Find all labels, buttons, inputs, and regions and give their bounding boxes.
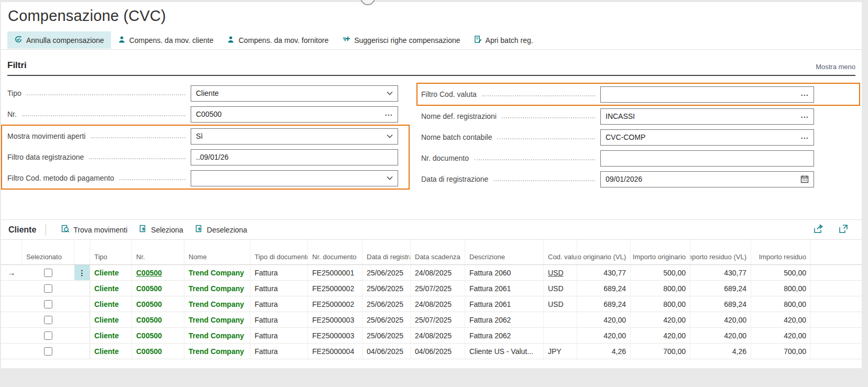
cell-tipo[interactable]: Cliente — [90, 265, 132, 280]
cell-data-registrazione[interactable]: 25/06/2025 — [362, 312, 411, 327]
cell-importo-originario-vl[interactable]: 430,77 — [577, 265, 631, 280]
data-di-registrazione-input[interactable]: 09/01/2026 — [600, 171, 814, 187]
cell-cod-valuta[interactable]: USD — [544, 296, 577, 312]
cell-tipo[interactable]: Cliente — [90, 281, 132, 296]
row-checkbox[interactable] — [44, 284, 52, 293]
header-descrizione[interactable]: Descrizione — [465, 240, 544, 264]
cell-nr[interactable]: C00500 — [132, 344, 184, 359]
table-row[interactable]: →⋮ClienteC00500Trend CompanyFatturaFE250… — [1, 265, 862, 281]
cell-data-registrazione[interactable]: 25/06/2025 — [362, 328, 411, 343]
tipo-select[interactable]: Cliente — [191, 85, 398, 102]
cell-nr-documento[interactable]: FE25000002 — [308, 281, 362, 296]
assist-edit-icon[interactable]: ... — [384, 108, 393, 117]
cell-data-scadenza[interactable]: 25/07/2025 — [411, 281, 465, 296]
cell-nome[interactable]: Trend Company — [184, 296, 250, 312]
nr-documento-input[interactable] — [600, 150, 814, 167]
trova-movimenti-button[interactable]: Trova movimenti — [56, 222, 133, 238]
cell-importo-originario[interactable]: 420,00 — [631, 328, 690, 343]
cell-nr[interactable]: C00500 — [132, 281, 184, 296]
cell-nr-documento[interactable]: FE25000003 — [308, 312, 362, 327]
table-row[interactable]: ClienteC00500Trend CompanyFatturaFE25000… — [1, 344, 862, 359]
selezionato-cell[interactable] — [22, 312, 74, 327]
cell-nr-documento[interactable]: FE25000002 — [308, 296, 362, 312]
row-checkbox[interactable] — [44, 269, 52, 277]
header-tipo-documento[interactable]: Tipo di documento — [250, 240, 308, 264]
cell-nr-documento[interactable]: FE25000004 — [308, 344, 362, 359]
header-data-scadenza[interactable]: Data scadenza — [411, 240, 465, 264]
row-checkbox[interactable] — [44, 300, 52, 308]
assist-edit-icon[interactable]: ... — [800, 131, 809, 140]
calendar-icon[interactable] — [800, 175, 809, 183]
header-tipo[interactable]: Tipo — [90, 240, 132, 264]
cell-descrizione[interactable]: Fattura 2060 — [465, 265, 544, 280]
cell-tipo-documento[interactable]: Fattura — [250, 265, 308, 280]
cell-nome[interactable]: Trend Company — [184, 281, 250, 296]
compens-mov-fornitore-button[interactable]: Compens. da mov. fornitore — [220, 31, 335, 49]
cell-importo-residuo[interactable]: 500,00 — [751, 265, 811, 280]
cell-tipo-documento[interactable]: Fattura — [250, 312, 308, 327]
cell-nr-documento[interactable]: FE25000003 — [308, 328, 362, 343]
cell-cod-valuta[interactable]: USD — [544, 281, 577, 296]
cell-data-scadenza[interactable]: 24/08/2025 — [411, 328, 465, 343]
nr-input[interactable]: C00500 ... — [191, 106, 398, 123]
cell-importo-originario-vl[interactable]: 689,24 — [577, 281, 631, 296]
selezionato-cell[interactable] — [22, 328, 74, 343]
cell-importo-residuo[interactable]: 420,00 — [751, 312, 811, 327]
cell-importo-originario-vl[interactable]: 4,26 — [577, 344, 631, 359]
cell-data-registrazione[interactable]: 25/06/2025 — [362, 281, 411, 296]
filtro-data-registrazione-input[interactable]: ..09/01/26 — [191, 149, 398, 165]
cell-importo-originario[interactable]: 800,00 — [631, 296, 690, 312]
seleziona-button[interactable]: Seleziona — [133, 222, 189, 238]
nome-def-registrazioni-input[interactable]: INCASSI ... — [600, 108, 814, 125]
cell-nome[interactable]: Trend Company — [184, 312, 250, 327]
open-in-new-window-icon[interactable] — [839, 224, 848, 236]
header-importo-residuo-vl[interactable]: Importo residuo (VL) — [690, 240, 751, 264]
cell-cod-valuta[interactable]: USD — [544, 265, 577, 280]
annulla-compensazione-button[interactable]: Annulla compensazione — [7, 31, 111, 49]
header-importo-originario-vl[interactable]: Importo originario (VL) — [577, 240, 631, 264]
cell-nome[interactable]: Trend Company — [184, 328, 250, 343]
table-row[interactable]: ClienteC00500Trend CompanyFatturaFE25000… — [1, 296, 862, 312]
row-checkbox[interactable] — [44, 316, 52, 324]
cell-importo-originario[interactable]: 500,00 — [631, 265, 690, 280]
cell-descrizione[interactable]: Fattura 2062 — [465, 312, 544, 327]
cell-tipo-documento[interactable]: Fattura — [250, 296, 308, 312]
row-checkbox[interactable] — [44, 347, 52, 356]
selezionato-cell[interactable] — [22, 281, 74, 296]
header-importo-originario[interactable]: Importo originario — [631, 240, 690, 264]
header-importo-residuo[interactable]: Importo residuo — [751, 240, 811, 264]
cell-importo-residuo-vl[interactable]: 430,77 — [690, 265, 751, 280]
cell-importo-residuo[interactable]: 800,00 — [751, 281, 811, 296]
cell-importo-originario-vl[interactable]: 689,24 — [577, 296, 631, 312]
cell-importo-residuo-vl[interactable]: 4,26 — [690, 344, 751, 359]
header-nr-documento[interactable]: Nr. documento — [308, 240, 362, 264]
cell-tipo-documento[interactable]: Fattura — [250, 281, 308, 296]
chevron-down-icon[interactable] — [387, 91, 393, 95]
cell-descrizione[interactable]: Fattura 2062 — [465, 328, 544, 343]
assist-edit-icon[interactable]: ... — [800, 89, 809, 97]
cell-data-scadenza[interactable]: 25/07/2025 — [411, 312, 465, 327]
cell-descrizione[interactable]: Cliente US - Valut... — [465, 344, 544, 359]
cell-tipo[interactable]: Cliente — [90, 296, 132, 312]
cell-importo-residuo-vl[interactable]: 420,00 — [690, 312, 751, 327]
table-row[interactable]: ClienteC00500Trend CompanyFatturaFE25000… — [1, 328, 862, 344]
cell-importo-originario[interactable]: 420,00 — [631, 312, 690, 327]
row-context-menu[interactable]: ⋮ — [74, 265, 90, 280]
cell-nr[interactable]: C00500 — [132, 312, 184, 327]
cell-data-registrazione[interactable]: 25/06/2025 — [362, 265, 411, 280]
selezionato-cell[interactable] — [22, 265, 74, 280]
cell-nr[interactable]: C00500 — [132, 328, 184, 343]
cell-importo-residuo[interactable]: 800,00 — [751, 296, 811, 312]
show-less-link[interactable]: Mostra meno — [816, 63, 855, 71]
cell-cod-valuta[interactable] — [544, 312, 577, 327]
cell-tipo-documento[interactable]: Fattura — [250, 344, 308, 359]
cell-importo-residuo-vl[interactable]: 689,24 — [690, 281, 751, 296]
cell-cod-valuta[interactable] — [544, 328, 577, 343]
selezionato-cell[interactable] — [22, 296, 74, 312]
header-data-registrazione[interactable]: Data di registrazio... — [362, 240, 411, 264]
header-selezionato[interactable]: Selezionato — [22, 240, 74, 264]
cell-tipo-documento[interactable]: Fattura — [250, 328, 308, 343]
cell-nr[interactable]: C00500 — [132, 296, 184, 312]
chevron-down-icon[interactable] — [387, 134, 393, 138]
assist-edit-icon[interactable]: ... — [800, 110, 809, 119]
